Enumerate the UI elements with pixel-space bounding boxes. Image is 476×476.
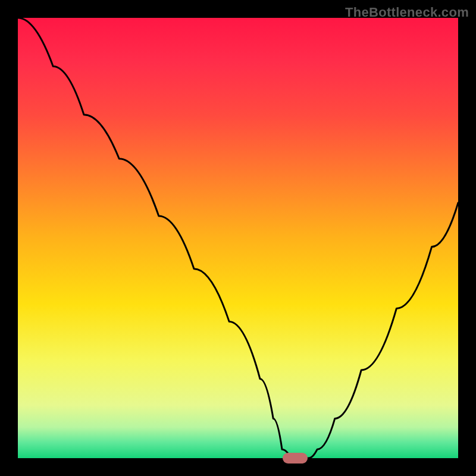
bottleneck-chart: TheBottleneck.com: [0, 0, 476, 476]
plot-area: [18, 18, 458, 458]
optimum-marker: [283, 453, 308, 464]
watermark-text: TheBottleneck.com: [345, 5, 469, 20]
chart-svg: [0, 0, 476, 476]
